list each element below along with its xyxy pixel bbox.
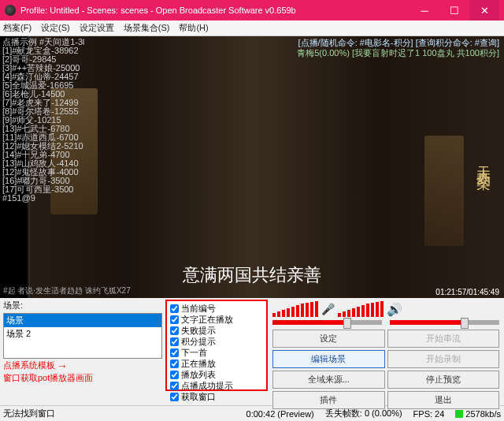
mic-slider[interactable]: [272, 320, 382, 325]
close-button[interactable]: ✕: [469, 0, 499, 20]
source-checkbox[interactable]: [170, 371, 179, 379]
desktop-slider[interactable]: [390, 320, 499, 325]
minimize-button[interactable]: ─: [410, 0, 439, 20]
overlay-line: [12]#媳女模结2-5210: [2, 142, 84, 151]
titlebar: Profile: Untitled - Scenes: scenes - Ope…: [0, 0, 504, 20]
status-bitrate: 2578kb/s: [455, 409, 501, 419]
app-icon: [5, 5, 16, 16]
overlay-line: [13]#七武士-6780: [2, 125, 84, 133]
desktop-meter: [338, 301, 384, 317]
bitrate-indicator-icon: [455, 410, 463, 418]
global-source-button[interactable]: 全域来源...: [272, 371, 385, 389]
audio-meters: 🎤 🔊: [272, 300, 499, 319]
preview-area[interactable]: 点播示例 #天间道1-300[1]#献龙宝盒-38962[2]哥哥-29845[…: [0, 36, 504, 298]
annotation-1: 点播系统模板→: [3, 360, 162, 371]
menu-settings[interactable]: 设定(S): [41, 22, 70, 34]
overlay-line: [16]#嘟力哥-3500: [2, 177, 84, 185]
source-checkbox[interactable]: [170, 382, 179, 390]
annotation-2: 窗口获取pot播放器画面: [3, 372, 162, 384]
mic-meter: [272, 301, 318, 317]
source-checkbox[interactable]: [170, 326, 179, 335]
overlay-line: [9]#师父-10215: [2, 116, 84, 125]
controls-panel: 🎤 🔊 设定 开始串流 编辑场景 开始录制 全域来源... 停止预览 插件 退出: [268, 298, 504, 405]
window-title: Profile: Untitled - Scenes: scenes - Ope…: [20, 6, 410, 15]
overlay-line: [14]#十兄弟-4700: [2, 151, 84, 159]
source-checkbox[interactable]: [170, 393, 179, 401]
scene-item[interactable]: 场景: [4, 314, 161, 327]
source-checkbox[interactable]: [170, 348, 179, 357]
overlay-playlist: 点播示例 #天间道1-300[1]#献龙宝盒-38962[2]哥哥-29845[…: [0, 36, 87, 204]
status-dropped: 丢失帧数: 0 (0.00%): [325, 408, 402, 419]
overlay-line: [6]老枪儿-14500: [2, 90, 84, 99]
overlay-line: [17]可可西里-3500: [2, 185, 84, 194]
status-time: 0:00:42 (Preview): [246, 409, 314, 419]
edit-scene-button[interactable]: 编辑场景: [272, 350, 385, 368]
overlay-line: [1]#献龙宝盒-38962: [2, 47, 84, 55]
sources-panel: 当前编号文字正在播放失败提示积分提示下一首正在播放播放列表点播成功提示获取窗口: [165, 298, 268, 405]
source-item[interactable]: 积分提示: [170, 336, 263, 347]
scene-item[interactable]: 场景 2: [4, 327, 161, 341]
overlay-line: [5]全城温爱-16695: [2, 81, 84, 90]
overlay-banner: 天大劫案: [474, 155, 493, 167]
plugins-button[interactable]: 插件: [272, 391, 385, 409]
source-checkbox[interactable]: [170, 360, 179, 368]
mic-icon[interactable]: 🎤: [321, 303, 335, 315]
overlay-line: [11]#赤道西瓜-6700: [2, 133, 84, 142]
scene-list[interactable]: 场景 场景 2: [3, 313, 162, 359]
menu-scene-collection[interactable]: 场景集合(S): [124, 22, 170, 34]
start-record-button[interactable]: 开始录制: [387, 350, 500, 368]
source-item[interactable]: 失败提示: [170, 325, 263, 336]
menu-help[interactable]: 帮助(H): [179, 22, 208, 34]
video-subtitle: 意满两国共结亲善: [0, 263, 504, 287]
source-checkbox[interactable]: [170, 337, 179, 346]
start-stream-button[interactable]: 开始串流: [387, 330, 500, 348]
scenes-panel: 场景: 场景 场景 2 点播系统模板→ 窗口获取pot播放器画面: [0, 298, 165, 405]
arrow-icon: →: [57, 360, 68, 371]
overlay-score-line: 青梅5(0.00%) [我要盲射时迟了1 100盘丸 共100积分]: [297, 48, 499, 58]
status-message: 无法找到窗口: [3, 408, 55, 419]
overlay-cmd-hint: [点播/随机命令: #电影名-积分] [查询积分命令: #查询]: [297, 38, 499, 48]
sources-list[interactable]: 当前编号文字正在播放失败提示积分提示下一首正在播放播放列表点播成功提示获取窗口: [165, 300, 268, 391]
overlay-line: [12]#鬼怪故事-4000: [2, 168, 84, 177]
preview-info-left: #起 者说·发生适者趋趋 诛约飞狐X27: [3, 285, 131, 296]
overlay-top-right: [点播/随机命令: #电影名-积分] [查询积分命令: #查询] 青梅5(0.0…: [297, 38, 499, 58]
menubar: 档案(F) 设定(S) 设定设置 场景集合(S) 帮助(H): [0, 20, 504, 36]
overlay-line: #151@9: [2, 194, 84, 203]
preview-timecode: 01:21:57/01:45:49: [435, 288, 499, 296]
lower-panel: 场景: 场景 场景 2 点播系统模板→ 窗口获取pot播放器画面 当前编号文字正…: [0, 298, 504, 405]
maximize-button[interactable]: ☐: [439, 0, 469, 20]
overlay-line: [13]#山鸡敌人-4140: [2, 159, 84, 168]
overlay-line: [3]#++苦辣娘-25000: [2, 64, 84, 73]
source-item[interactable]: 正在播放: [170, 358, 263, 369]
source-item[interactable]: 获取窗口: [170, 391, 263, 402]
menu-file[interactable]: 档案(F): [3, 22, 32, 34]
source-checkbox[interactable]: [170, 315, 179, 324]
status-fps: FPS: 24: [413, 409, 445, 419]
source-item[interactable]: 播放列表: [170, 369, 263, 380]
source-item[interactable]: 当前编号: [170, 303, 263, 314]
speaker-icon[interactable]: 🔊: [387, 302, 402, 317]
overlay-line: [2]哥哥-29845: [2, 55, 84, 64]
overlay-line: [7]#老虎来了-12499: [2, 99, 84, 107]
source-item[interactable]: 文字正在播放: [170, 314, 263, 325]
scenes-label: 场景:: [3, 300, 162, 311]
stop-preview-button[interactable]: 停止预览: [387, 371, 500, 389]
settings-button[interactable]: 设定: [272, 330, 385, 348]
overlay-line: 点播示例 #天间道1-300: [2, 38, 84, 47]
source-checkbox[interactable]: [170, 304, 179, 313]
overlay-line: [8]#哥尔塔卷-12555: [2, 107, 84, 116]
source-item[interactable]: 点播成功提示: [170, 380, 263, 391]
exit-button[interactable]: 退出: [387, 391, 500, 409]
control-buttons: 设定 开始串流 编辑场景 开始录制 全域来源... 停止预览 插件 退出: [272, 330, 499, 409]
source-item[interactable]: 下一首: [170, 347, 263, 358]
menu-settings2[interactable]: 设定设置: [80, 22, 114, 34]
overlay-line: [4]#森汀仙蒂-24457: [2, 73, 84, 81]
